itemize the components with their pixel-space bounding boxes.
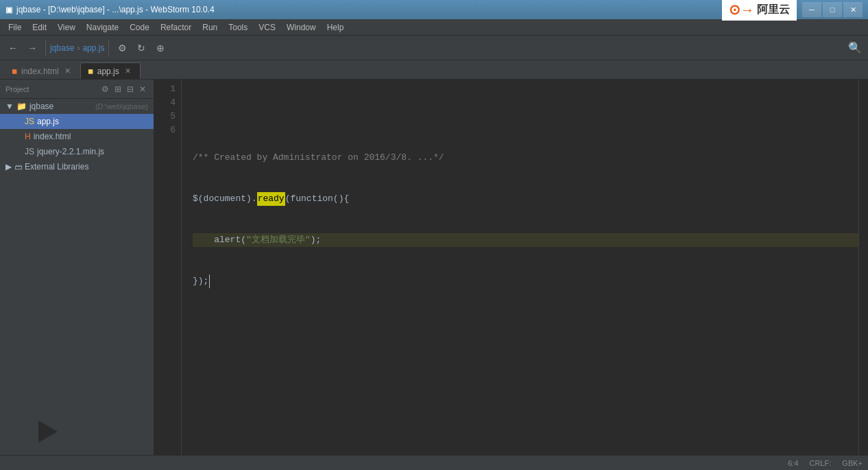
code-line-5: alert("文档加载完毕"); <box>193 233 858 247</box>
maximize-button[interactable]: □ <box>823 2 842 17</box>
tab-index-html[interactable]: ◼ index.html ✕ <box>4 62 80 79</box>
menu-navigate[interactable]: Navigate <box>81 20 124 35</box>
project-sidebar: Project ⚙ ⊞ ⊟ ✕ ▼ 📁 jqbase (D:\web\jqbas… <box>0 80 154 455</box>
menu-code[interactable]: Code <box>124 20 155 35</box>
tree-item-extlibs[interactable]: ▶ 🗃 External Libraries <box>0 159 154 174</box>
sidebar-expand-icon[interactable]: ⊞ <box>112 84 123 95</box>
line-num-6: 6 <box>161 124 176 137</box>
tree-label-indexhtml: index.html <box>34 132 148 141</box>
toolbar-separator-2 <box>108 40 109 56</box>
tree-item-indexhtml[interactable]: H index.html <box>0 129 154 144</box>
html-file-icon: ◼ <box>12 67 17 75</box>
tree-extlibs-expand-icon: ▶ <box>5 162 12 172</box>
play-button[interactable] <box>38 421 58 443</box>
tab-app-js[interactable]: ◼ app.js ✕ <box>80 62 141 79</box>
minimize-button[interactable]: ─ <box>802 2 821 17</box>
tab-bar: ◼ index.html ✕ ◼ app.js ✕ <box>0 60 868 80</box>
line-num-1: 1 <box>161 82 176 96</box>
tab-close-index-html[interactable]: ✕ <box>63 67 73 76</box>
alert-close: ); <box>311 233 322 247</box>
breadcrumb-file[interactable]: app.js <box>82 43 104 53</box>
menu-tools[interactable]: Tools <box>223 20 253 35</box>
alert-string: "文档加载完毕" <box>246 233 311 247</box>
code-editor[interactable]: ✓ /** Created by Administrator on 2016/3… <box>182 80 858 455</box>
aliyun-symbol: ⊙→ <box>729 1 754 18</box>
tree-js-icon: JS <box>25 117 34 126</box>
right-gutter <box>858 80 868 455</box>
status-position: 6:4 <box>788 459 798 467</box>
main-area: Project ⚙ ⊞ ⊟ ✕ ▼ 📁 jqbase (D:\web\jqbas… <box>0 80 868 455</box>
highlighted-ready: ready <box>257 192 285 206</box>
js-file-icon: ◼ <box>88 67 93 75</box>
toolbar-forward-btn[interactable]: → <box>23 39 41 57</box>
alert-indent: alert( <box>193 233 246 247</box>
tree-jquery-icon: JS <box>25 147 34 156</box>
tree-item-root[interactable]: ▼ 📁 jqbase (D:\web\jqbase) <box>0 99 154 114</box>
tree-label-root: jqbase <box>29 102 93 111</box>
sidebar-close-icon[interactable]: ✕ <box>137 84 148 95</box>
aliyun-logo: ⊙→ 阿里云 <box>722 0 797 21</box>
line-num-4: 4 <box>161 96 176 110</box>
toolbar-sync-btn[interactable]: ↻ <box>132 39 150 57</box>
title-bar: ▣ jqbase - [D:\web\jqbase] - ...\app.js … <box>0 0 868 19</box>
gutter-checkmark: ✓ <box>182 82 187 96</box>
code-line-6: }); <box>193 274 858 288</box>
breadcrumb: jqbase › app.js <box>50 43 104 53</box>
play-triangle-icon <box>38 421 58 443</box>
editor-area: 1 4 5 6 ✓ /** Created by Administrator o… <box>154 80 868 455</box>
line-numbers: 1 4 5 6 <box>154 80 182 455</box>
comment-text: /** Created by Administrator on 2016/3/8… <box>193 151 444 165</box>
sidebar-collapse-icon[interactable]: ⊟ <box>125 84 136 95</box>
sidebar-label: Project <box>5 85 29 93</box>
code-line-1: /** Created by Administrator on 2016/3/8… <box>193 151 858 165</box>
sidebar-gear-icon[interactable]: ⚙ <box>99 84 111 95</box>
menu-edit[interactable]: Edit <box>27 20 52 35</box>
tree-expand-icon: ▼ <box>5 102 14 111</box>
menu-file[interactable]: File <box>3 20 27 35</box>
app-icon: ▣ <box>5 5 12 14</box>
tab-label-app-js: app.js <box>97 67 119 76</box>
line-num-5: 5 <box>161 110 176 124</box>
tree-extlibs-icon: 🗃 <box>14 163 22 171</box>
toolbar-settings-btn[interactable]: ⚙ <box>113 39 131 57</box>
status-bar: 6:4 CRLF: GBK+ <box>0 455 868 470</box>
close-button[interactable]: ✕ <box>843 2 863 17</box>
breadcrumb-project[interactable]: jqbase <box>50 43 74 53</box>
tree-item-appjs[interactable]: JS app.js <box>0 114 154 129</box>
toolbar: ← → jqbase › app.js ⚙ ↻ ⊕ 🔍 <box>0 36 868 60</box>
menu-window[interactable]: Window <box>281 20 322 35</box>
sidebar-header: Project ⚙ ⊞ ⊟ ✕ <box>0 80 154 99</box>
status-line-ending: CRLF: <box>810 459 832 467</box>
tab-label-index-html: index.html <box>21 67 59 76</box>
func-open: (function(){ <box>285 192 350 206</box>
menu-refactor[interactable]: Refactor <box>155 20 197 35</box>
menu-bar: File Edit View Navigate Code Refactor Ru… <box>0 19 868 36</box>
menu-view[interactable]: View <box>52 20 81 35</box>
window-title: jqbase - [D:\web\jqbase] - ...\app.js - … <box>16 5 215 14</box>
tree-path-root: (D:\web\jqbase) <box>95 102 148 110</box>
menu-vcs[interactable]: VCS <box>253 20 281 35</box>
toolbar-collapse-btn[interactable]: ⊕ <box>152 39 169 57</box>
tree-item-jquery[interactable]: JS jquery-2.2.1.min.js <box>0 144 154 159</box>
search-button[interactable]: 🔍 <box>846 39 864 57</box>
tree-label-extlibs: External Libraries <box>25 162 148 172</box>
tree-html-icon: H <box>25 132 31 141</box>
cursor <box>209 274 215 288</box>
aliyun-text: 阿里云 <box>757 3 790 17</box>
toolbar-back-btn[interactable]: ← <box>4 39 22 57</box>
status-encoding: GBK+ <box>842 459 863 467</box>
closing-brace: }); <box>193 274 208 288</box>
tree-label-jquery: jquery-2.2.1.min.js <box>37 147 148 156</box>
menu-help[interactable]: Help <box>322 20 350 35</box>
toolbar-separator <box>45 40 46 56</box>
tree-label-appjs: app.js <box>37 117 148 126</box>
menu-run[interactable]: Run <box>197 20 223 35</box>
tab-close-app-js[interactable]: ✕ <box>123 67 133 76</box>
dollar-sign: $(document). <box>193 192 257 206</box>
tree-folder-icon: 📁 <box>16 102 27 111</box>
editor-content[interactable]: 1 4 5 6 ✓ /** Created by Administrator o… <box>154 80 868 455</box>
code-line-4: $(document).ready(function(){ <box>193 192 858 206</box>
